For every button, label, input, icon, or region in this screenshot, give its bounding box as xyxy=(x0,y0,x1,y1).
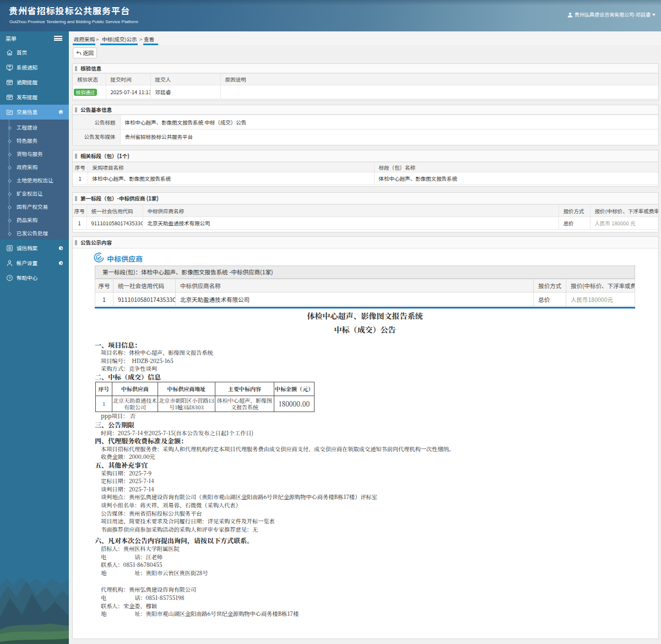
svg-text:?: ? xyxy=(8,275,10,280)
